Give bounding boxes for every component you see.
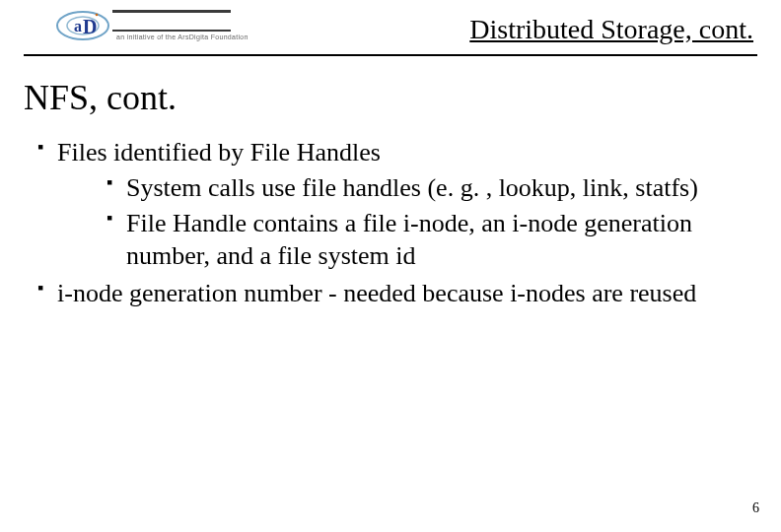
logo-divider-top [112,10,231,13]
bullet-text: File Handle contains a file i-node, an i… [126,209,692,271]
section-title: NFS, cont. [24,77,177,118]
bullet-text: System calls use file handles (e. g. , l… [126,173,698,202]
slide: a D an initiative of the ArsDigita Found… [0,0,781,532]
list-item: System calls use file handles (e. g. , l… [106,171,751,205]
svg-text:a: a [74,18,82,34]
list-item: i-node generation number - needed becaus… [37,277,751,310]
slide-header: a D an initiative of the ArsDigita Found… [0,0,781,57]
bullet-list: Files identified by File Handles System … [37,136,751,310]
bullet-text: Files identified by File Handles [57,138,381,166]
svg-point-4 [96,14,99,17]
bullet-sublist: System calls use file handles (e. g. , l… [57,171,751,273]
header-rule [24,54,757,56]
list-item: Files identified by File Handles System … [37,136,751,273]
list-item: File Handle contains a file i-node, an i… [106,207,751,274]
header-title: Distributed Storage, cont. [469,14,753,45]
svg-text:D: D [83,16,97,37]
logo-icon: a D [53,6,112,45]
content-area: Files identified by File Handles System … [37,136,751,314]
logo-tagline: an initiative of the ArsDigita Foundatio… [116,33,248,40]
bullet-text: i-node generation number - needed becaus… [57,279,696,307]
page-number: 6 [752,500,759,516]
logo-divider-bottom [112,30,231,32]
